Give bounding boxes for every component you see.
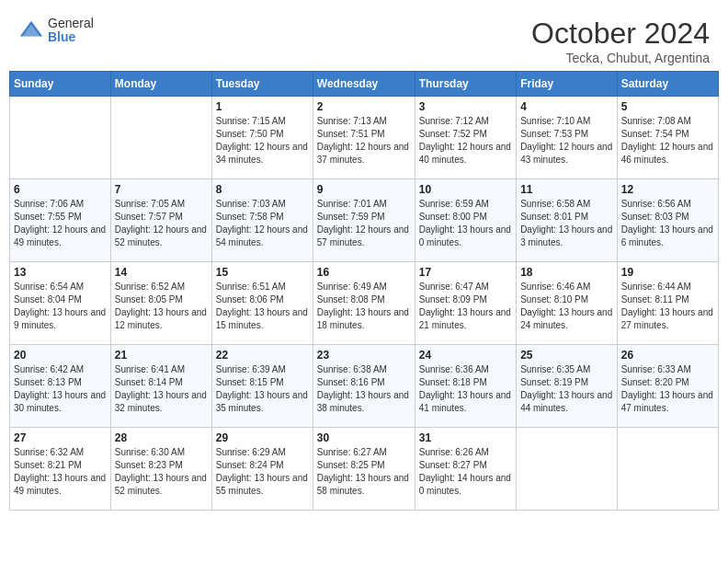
calendar-day-cell: 13Sunrise: 6:54 AM Sunset: 8:04 PM Dayli…	[10, 262, 111, 345]
calendar-day-cell	[617, 428, 718, 511]
calendar-week-row: 13Sunrise: 6:54 AM Sunset: 8:04 PM Dayli…	[10, 262, 719, 345]
calendar-day-cell: 1Sunrise: 7:15 AM Sunset: 7:50 PM Daylig…	[211, 97, 313, 179]
day-info: Sunrise: 7:06 AM Sunset: 7:55 PM Dayligh…	[14, 198, 107, 249]
calendar-day-cell: 6Sunrise: 7:06 AM Sunset: 7:55 PM Daylig…	[10, 179, 111, 262]
day-number: 8	[216, 183, 309, 196]
day-number: 11	[520, 183, 613, 196]
day-info: Sunrise: 6:51 AM Sunset: 8:06 PM Dayligh…	[216, 281, 309, 332]
day-number: 31	[419, 431, 512, 444]
day-info: Sunrise: 6:49 AM Sunset: 8:08 PM Dayligh…	[317, 281, 411, 332]
logo-general: General	[48, 17, 94, 30]
month-title: October 2024	[531, 17, 710, 51]
day-info: Sunrise: 6:47 AM Sunset: 8:09 PM Dayligh…	[419, 281, 512, 332]
calendar-day-cell: 19Sunrise: 6:44 AM Sunset: 8:11 PM Dayli…	[617, 262, 718, 345]
day-number: 25	[520, 349, 613, 362]
calendar-week-row: 20Sunrise: 6:42 AM Sunset: 8:13 PM Dayli…	[10, 345, 719, 428]
day-number: 9	[317, 183, 411, 196]
calendar-day-cell: 30Sunrise: 6:27 AM Sunset: 8:25 PM Dayli…	[313, 428, 415, 511]
calendar-day-cell: 5Sunrise: 7:08 AM Sunset: 7:54 PM Daylig…	[617, 97, 718, 179]
day-info: Sunrise: 6:41 AM Sunset: 8:14 PM Dayligh…	[115, 363, 208, 415]
weekday-header: Friday	[517, 72, 618, 97]
day-number: 15	[216, 266, 309, 279]
calendar-day-cell: 18Sunrise: 6:46 AM Sunset: 8:10 PM Dayli…	[517, 262, 618, 345]
day-info: Sunrise: 6:27 AM Sunset: 8:25 PM Dayligh…	[317, 446, 411, 498]
day-number: 16	[317, 266, 411, 279]
calendar-day-cell: 23Sunrise: 6:38 AM Sunset: 8:16 PM Dayli…	[313, 345, 415, 428]
day-info: Sunrise: 6:33 AM Sunset: 8:20 PM Dayligh…	[621, 363, 714, 415]
calendar-day-cell: 10Sunrise: 6:59 AM Sunset: 8:00 PM Dayli…	[415, 179, 516, 262]
calendar-day-cell: 27Sunrise: 6:32 AM Sunset: 8:21 PM Dayli…	[10, 428, 111, 511]
title-section: October 2024 Tecka, Chubut, Argentina	[531, 17, 710, 65]
calendar-day-cell: 24Sunrise: 6:36 AM Sunset: 8:18 PM Dayli…	[415, 345, 516, 428]
calendar-day-cell: 7Sunrise: 7:05 AM Sunset: 7:57 PM Daylig…	[110, 179, 211, 262]
day-number: 3	[419, 100, 512, 113]
day-number: 23	[317, 349, 411, 362]
logo: General Blue	[18, 17, 94, 45]
day-number: 18	[520, 266, 613, 279]
day-info: Sunrise: 7:10 AM Sunset: 7:53 PM Dayligh…	[520, 115, 613, 167]
calendar-day-cell: 2Sunrise: 7:13 AM Sunset: 7:51 PM Daylig…	[313, 97, 415, 179]
day-info: Sunrise: 6:29 AM Sunset: 8:24 PM Dayligh…	[216, 446, 309, 498]
day-info: Sunrise: 6:30 AM Sunset: 8:23 PM Dayligh…	[115, 446, 208, 498]
day-info: Sunrise: 6:38 AM Sunset: 8:16 PM Dayligh…	[317, 363, 411, 415]
day-info: Sunrise: 6:56 AM Sunset: 8:03 PM Dayligh…	[621, 198, 714, 249]
day-info: Sunrise: 7:05 AM Sunset: 7:57 PM Dayligh…	[115, 198, 208, 249]
day-info: Sunrise: 6:42 AM Sunset: 8:13 PM Dayligh…	[14, 363, 107, 415]
day-info: Sunrise: 7:01 AM Sunset: 7:59 PM Dayligh…	[317, 198, 411, 249]
day-info: Sunrise: 6:59 AM Sunset: 8:00 PM Dayligh…	[419, 198, 512, 249]
weekday-header-row: SundayMondayTuesdayWednesdayThursdayFrid…	[10, 72, 719, 97]
calendar-day-cell: 11Sunrise: 6:58 AM Sunset: 8:01 PM Dayli…	[517, 179, 618, 262]
day-number: 24	[419, 349, 512, 362]
logo-text: General Blue	[48, 17, 94, 45]
day-info: Sunrise: 7:12 AM Sunset: 7:52 PM Dayligh…	[419, 115, 512, 167]
day-number: 20	[14, 349, 107, 362]
calendar-day-cell: 21Sunrise: 6:41 AM Sunset: 8:14 PM Dayli…	[110, 345, 211, 428]
day-info: Sunrise: 6:52 AM Sunset: 8:05 PM Dayligh…	[115, 281, 208, 332]
calendar-day-cell: 26Sunrise: 6:33 AM Sunset: 8:20 PM Dayli…	[617, 345, 718, 428]
calendar-day-cell: 16Sunrise: 6:49 AM Sunset: 8:08 PM Dayli…	[313, 262, 415, 345]
calendar-day-cell: 17Sunrise: 6:47 AM Sunset: 8:09 PM Dayli…	[415, 262, 516, 345]
calendar-week-row: 6Sunrise: 7:06 AM Sunset: 7:55 PM Daylig…	[10, 179, 719, 262]
day-number: 27	[14, 431, 107, 444]
day-number: 29	[216, 431, 309, 444]
weekday-header: Thursday	[415, 72, 516, 97]
calendar-day-cell	[110, 97, 211, 179]
day-info: Sunrise: 7:15 AM Sunset: 7:50 PM Dayligh…	[216, 115, 309, 167]
page-header: General Blue October 2024 Tecka, Chubut,…	[9, 9, 719, 71]
weekday-header: Saturday	[617, 72, 718, 97]
day-info: Sunrise: 7:08 AM Sunset: 7:54 PM Dayligh…	[621, 115, 714, 167]
calendar-day-cell: 9Sunrise: 7:01 AM Sunset: 7:59 PM Daylig…	[313, 179, 415, 262]
day-number: 26	[621, 349, 714, 362]
day-number: 13	[14, 266, 107, 279]
calendar-table: SundayMondayTuesdayWednesdayThursdayFrid…	[9, 71, 719, 511]
day-number: 2	[317, 100, 411, 113]
calendar-day-cell: 25Sunrise: 6:35 AM Sunset: 8:19 PM Dayli…	[517, 345, 618, 428]
day-number: 10	[419, 183, 512, 196]
day-info: Sunrise: 6:54 AM Sunset: 8:04 PM Dayligh…	[14, 281, 107, 332]
calendar-day-cell: 8Sunrise: 7:03 AM Sunset: 7:58 PM Daylig…	[211, 179, 313, 262]
calendar-day-cell	[10, 97, 111, 179]
day-info: Sunrise: 7:13 AM Sunset: 7:51 PM Dayligh…	[317, 115, 411, 167]
day-number: 22	[216, 349, 309, 362]
day-info: Sunrise: 6:46 AM Sunset: 8:10 PM Dayligh…	[520, 281, 613, 332]
logo-icon	[18, 17, 44, 43]
location-subtitle: Tecka, Chubut, Argentina	[531, 51, 710, 65]
day-info: Sunrise: 6:32 AM Sunset: 8:21 PM Dayligh…	[14, 446, 107, 498]
day-number: 7	[115, 183, 208, 196]
day-number: 28	[115, 431, 208, 444]
calendar-week-row: 27Sunrise: 6:32 AM Sunset: 8:21 PM Dayli…	[10, 428, 719, 511]
day-number: 1	[216, 100, 309, 113]
calendar-day-cell: 28Sunrise: 6:30 AM Sunset: 8:23 PM Dayli…	[110, 428, 211, 511]
calendar-day-cell: 22Sunrise: 6:39 AM Sunset: 8:15 PM Dayli…	[211, 345, 313, 428]
calendar-day-cell: 15Sunrise: 6:51 AM Sunset: 8:06 PM Dayli…	[211, 262, 313, 345]
day-info: Sunrise: 6:39 AM Sunset: 8:15 PM Dayligh…	[216, 363, 309, 415]
day-number: 14	[115, 266, 208, 279]
calendar-day-cell: 3Sunrise: 7:12 AM Sunset: 7:52 PM Daylig…	[415, 97, 516, 179]
day-info: Sunrise: 6:36 AM Sunset: 8:18 PM Dayligh…	[419, 363, 512, 415]
logo-blue: Blue	[48, 30, 94, 44]
calendar-day-cell: 14Sunrise: 6:52 AM Sunset: 8:05 PM Dayli…	[110, 262, 211, 345]
day-number: 19	[621, 266, 714, 279]
weekday-header: Monday	[110, 72, 211, 97]
calendar-day-cell	[517, 428, 618, 511]
day-info: Sunrise: 6:26 AM Sunset: 8:27 PM Dayligh…	[419, 446, 512, 498]
